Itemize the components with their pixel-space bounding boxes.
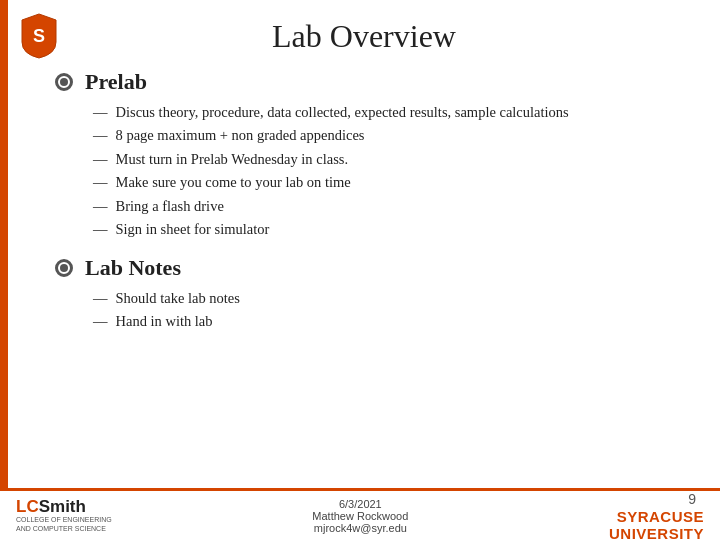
main-content: Prelab — Discus theory, procedure, data … [0,69,720,333]
prelab-item-5: — Bring a flash drive [93,195,665,217]
footer-right: 9 SYRACUSE UNIVERSITY [609,490,704,541]
dash-icon: — [93,310,108,332]
lc-smith-title: LCSmith [16,498,112,517]
smith-text: Smith [39,497,86,516]
footer-date: 6/3/2021 [112,498,609,510]
footer: LCSmith COLLEGE OF ENGINEERING AND COMPU… [0,488,720,540]
dash-icon: — [93,124,108,146]
page-title: Lab Overview [0,18,720,55]
lab-notes-item-1: — Should take lab notes [93,287,665,309]
lab-notes-label: Lab Notes [85,255,181,281]
lc-smith-logo: LCSmith COLLEGE OF ENGINEERING AND COMPU… [16,498,112,533]
dash-icon: — [93,148,108,170]
lab-notes-section-header: Lab Notes [55,255,665,281]
prelab-item-4: — Make sure you come to your lab on time [93,171,665,193]
syracuse-logo: SYRACUSE UNIVERSITY [609,508,704,541]
page-number: 9 [688,491,696,507]
left-accent-bar [0,0,8,540]
prelab-item-3: — Must turn in Prelab Wednesday in class… [93,148,665,170]
footer-center: 6/3/2021 Matthew Rockwood mjrock4w@syr.e… [112,498,609,534]
svg-text:S: S [33,26,45,46]
prelab-section-header: Prelab [55,69,665,95]
dash-icon: — [93,101,108,123]
prelab-item-2: — 8 page maximum + non graded appendices [93,124,665,146]
prelab-item-6: — Sign in sheet for simulator [93,218,665,240]
lab-notes-bullet [55,259,73,277]
prelab-label: Prelab [85,69,147,95]
dash-icon: — [93,171,108,193]
prelab-item-1: — Discus theory, procedure, data collect… [93,101,665,123]
lab-notes-item-2: — Hand in with lab [93,310,665,332]
prelab-bullet [55,73,73,91]
footer-author: Matthew Rockwood [112,510,609,522]
footer-email: mjrock4w@syr.edu [112,522,609,534]
dash-icon: — [93,287,108,309]
su-logo: S [18,12,60,64]
footer-left: LCSmith COLLEGE OF ENGINEERING AND COMPU… [16,498,112,533]
college-line1: COLLEGE OF ENGINEERING [16,516,112,524]
college-line2: AND COMPUTER SCIENCE [16,525,112,533]
lab-notes-items: — Should take lab notes — Hand in with l… [93,287,665,333]
dash-icon: — [93,218,108,240]
syracuse-name-bot: UNIVERSITY [609,525,704,541]
syracuse-name-top: SYRACUSE [617,508,704,525]
lc-text: LC [16,497,39,516]
prelab-items: — Discus theory, procedure, data collect… [93,101,665,241]
dash-icon: — [93,195,108,217]
